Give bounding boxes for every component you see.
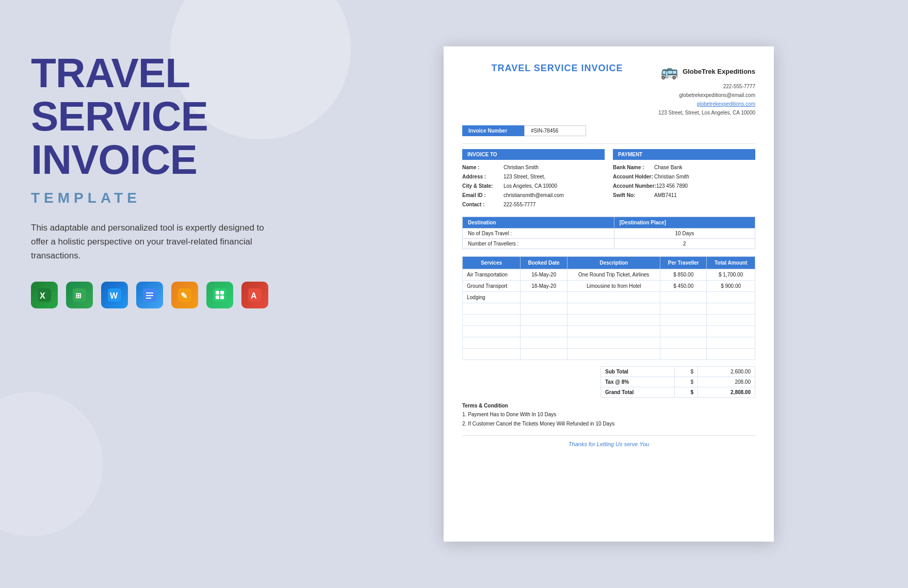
contact-value: 222-555-7777 bbox=[504, 200, 536, 209]
services-header-0: Services bbox=[463, 257, 521, 269]
subtotal-value: 2,600.00 bbox=[698, 367, 755, 377]
invoice-title-block: TRAVEL SERVICE INVOICE bbox=[462, 63, 652, 74]
service-total bbox=[707, 292, 755, 303]
service-total: $ 900.00 bbox=[707, 281, 755, 292]
subtotal-row: Sub Total $ 2,600.00 bbox=[601, 367, 755, 377]
service-date: 16-May-20 bbox=[520, 269, 567, 281]
holder-label: Account Holder: bbox=[613, 172, 654, 182]
grand-symbol: $ bbox=[675, 387, 698, 398]
invoice-number-value: #SIN-78456 bbox=[524, 125, 586, 136]
description-text: This adaptable and personalized tool is … bbox=[31, 221, 279, 263]
service-total: $ 1,700.00 bbox=[707, 269, 755, 281]
city-value: Los Angeles, CA 10000 bbox=[504, 182, 557, 191]
divider-1 bbox=[462, 143, 755, 144]
service-row: Ground Transport 18-May-20 Limousine to … bbox=[463, 281, 755, 292]
account-row: Account Number: 123 456 7890 bbox=[613, 182, 755, 191]
terms-item: 1. Payment Has to Done With In 10 Days bbox=[462, 411, 755, 418]
company-block: 🚌 GlobeTrek Expeditions 222-555-7777 glo… bbox=[652, 63, 755, 117]
invoice-title: TRAVEL SERVICE INVOICE bbox=[462, 63, 652, 74]
svg-rect-14 bbox=[220, 291, 224, 295]
totals-section: Sub Total $ 2,600.00 Tax @ 8% $ 208.00 G… bbox=[462, 366, 755, 398]
days-value: 10 Days bbox=[614, 228, 755, 239]
dest-col2: [Destination Place] bbox=[614, 217, 755, 228]
svg-rect-7 bbox=[146, 292, 153, 293]
service-name: Lodging bbox=[463, 292, 521, 303]
name-value: Christian Smith bbox=[504, 163, 539, 172]
gsheets-icon[interactable]: ⊞ bbox=[66, 282, 93, 308]
terms-section: Terms & Condition 1. Payment Has to Done… bbox=[462, 403, 755, 429]
company-address: 123 Street, Street, Los Angeles, CA 1000… bbox=[652, 108, 755, 117]
services-table: Services Booked Date Description Per Tra… bbox=[462, 256, 755, 360]
svg-rect-9 bbox=[146, 298, 151, 299]
service-row: Air Transportation 16-May-20 One Round T… bbox=[463, 269, 755, 281]
service-per-traveller: $ 850.00 bbox=[660, 269, 707, 281]
word-icon[interactable]: W bbox=[101, 282, 128, 308]
bank-row: Bank Name : Chase Bank bbox=[613, 163, 755, 172]
empty-service-row bbox=[463, 326, 755, 337]
service-description bbox=[568, 292, 660, 303]
contact-label: Contact : bbox=[462, 200, 504, 209]
contact-row: Contact : 222-555-7777 bbox=[462, 200, 605, 209]
swift-label: Swift No: bbox=[613, 191, 654, 200]
totals-table: Sub Total $ 2,600.00 Tax @ 8% $ 208.00 G… bbox=[601, 366, 755, 398]
services-header-4: Total Amount bbox=[707, 257, 755, 269]
gdocs-icon[interactable] bbox=[136, 282, 163, 308]
services-header-2: Description bbox=[568, 257, 660, 269]
name-row: Name : Christian Smith bbox=[462, 163, 605, 172]
service-description: Limousine to from Hotel bbox=[568, 281, 660, 292]
service-date bbox=[520, 292, 567, 303]
svg-text:W: W bbox=[110, 291, 118, 300]
destination-table: Destination [Destination Place] No of Da… bbox=[462, 217, 755, 249]
company-name: GlobeTrek Expeditions bbox=[683, 68, 755, 75]
account-value: 123 456 7890 bbox=[656, 182, 688, 191]
terms-title: Terms & Condition bbox=[462, 403, 755, 409]
service-name: Air Transportation bbox=[463, 269, 521, 281]
email-value: christiansmith@email.com bbox=[504, 191, 564, 200]
excel-icon[interactable]: X bbox=[31, 282, 58, 308]
terms-items: 1. Payment Has to Done With In 10 Days2.… bbox=[462, 411, 755, 428]
tax-value: 208.00 bbox=[698, 377, 755, 387]
service-name: Ground Transport bbox=[463, 281, 521, 292]
account-label: Account Number: bbox=[613, 182, 656, 191]
dest-col1: Destination bbox=[463, 217, 614, 228]
email-row: Email ID : christiansmith@email.com bbox=[462, 191, 605, 200]
empty-service-row bbox=[463, 315, 755, 326]
empty-service-row bbox=[463, 303, 755, 315]
service-per-traveller bbox=[660, 292, 707, 303]
bank-label: Bank Name : bbox=[613, 163, 654, 172]
grand-total-row: Grand Total $ 2,808.00 bbox=[601, 387, 755, 398]
invoice-to-section: INVOICE TO Name : Christian Smith Addres… bbox=[462, 149, 605, 209]
days-row: No of Days Travel : 10 Days bbox=[463, 228, 755, 239]
travellers-label: Number of Travellers : bbox=[463, 239, 614, 249]
invoice-to-header: INVOICE TO bbox=[462, 149, 605, 160]
address-value: 123 Street, Street, bbox=[504, 172, 545, 182]
travellers-row: Number of Travellers : 2 bbox=[463, 239, 755, 249]
services-header-1: Booked Date bbox=[520, 257, 567, 269]
email-label: Email ID : bbox=[462, 191, 504, 200]
empty-service-row bbox=[463, 337, 755, 349]
grand-label: Grand Total bbox=[601, 387, 675, 398]
template-subtitle: TEMPLATE bbox=[31, 190, 294, 206]
payment-header: PAYMENT bbox=[613, 149, 755, 160]
swift-value: AMB7411 bbox=[654, 191, 677, 200]
days-label: No of Days Travel : bbox=[463, 228, 614, 239]
svg-text:⊞: ⊞ bbox=[75, 291, 82, 300]
app-icons-row: X ⊞ W ✎ A bbox=[31, 282, 294, 308]
svg-rect-13 bbox=[216, 291, 219, 295]
tax-row: Tax @ 8% $ 208.00 bbox=[601, 377, 755, 387]
service-per-traveller: $ 450.00 bbox=[660, 281, 707, 292]
bottom-section: Terms & Condition 1. Payment Has to Done… bbox=[462, 403, 755, 429]
acrobat-icon[interactable]: A bbox=[241, 282, 268, 308]
left-panel: TRAVEL SERVICE INVOICE TEMPLATE This ada… bbox=[0, 0, 320, 588]
svg-text:X: X bbox=[40, 291, 45, 300]
pages-icon[interactable]: ✎ bbox=[171, 282, 198, 308]
invoice-number-row: Invoice Number #SIN-78456 bbox=[462, 125, 755, 136]
invoice-paper: TRAVEL SERVICE INVOICE 🚌 GlobeTrek Exped… bbox=[444, 46, 774, 542]
address-row: Address : 123 Street, Street, bbox=[462, 172, 605, 182]
subtotal-label: Sub Total bbox=[601, 367, 675, 377]
tax-symbol: $ bbox=[675, 377, 698, 387]
payment-section: PAYMENT Bank Name : Chase Bank Account H… bbox=[613, 149, 755, 209]
swift-row: Swift No: AMB7411 bbox=[613, 191, 755, 200]
numbers-icon[interactable] bbox=[206, 282, 233, 308]
invoice-number-label: Invoice Number bbox=[462, 125, 524, 136]
